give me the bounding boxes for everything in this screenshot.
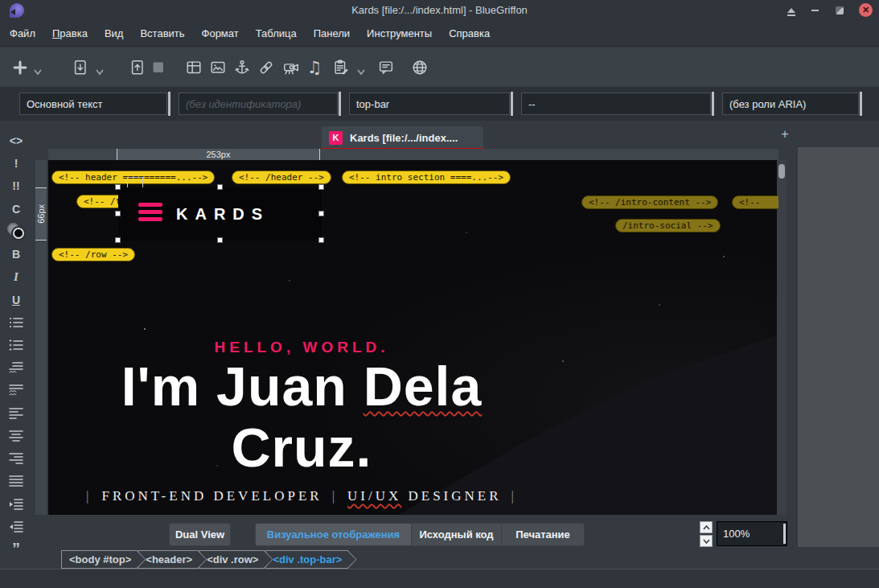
music-note-icon: ♫ (307, 58, 322, 77)
outdent-button[interactable] (6, 518, 27, 536)
menu-table[interactable]: Таблица (256, 27, 297, 39)
selection-handle-n[interactable] (217, 184, 223, 190)
align-left-icon (8, 406, 24, 421)
menu-edit[interactable]: Правка (52, 27, 88, 39)
menu-tools[interactable]: Инструменты (367, 27, 432, 39)
menu-view[interactable]: Вид (105, 27, 124, 39)
menu-insert[interactable]: Вставить (140, 27, 184, 39)
numbered-list-button[interactable] (6, 336, 27, 354)
breadcrumb-body[interactable]: <body #top> (61, 550, 146, 569)
underline-icon: U (12, 294, 20, 306)
dual-view-button[interactable]: Dual View (169, 523, 231, 546)
numbered-list-icon (8, 338, 24, 352)
window-title: Kards [file:/.../index.html] - BlueGriff… (0, 4, 879, 16)
close-button[interactable]: ✕ (859, 3, 873, 17)
menu-file[interactable]: Файл (10, 27, 35, 39)
hero-title: I'm Juan Dela Cruz. (48, 356, 555, 478)
selection-grabber[interactable] (127, 177, 143, 187)
selection-handle-nw[interactable] (115, 184, 121, 190)
insert-image-button[interactable] (208, 58, 228, 77)
anchor-icon (233, 59, 251, 76)
insert-audio-button[interactable]: ♫ (305, 58, 324, 77)
blockquote-button[interactable]: ” (6, 541, 27, 558)
zoom-increase-button[interactable] (700, 521, 713, 533)
menu-format[interactable]: Формат (202, 27, 239, 39)
comment-badge-intro-social-close[interactable]: /intro-social --> (615, 219, 721, 232)
add-element-dropdown[interactable] (33, 64, 43, 72)
italic-button[interactable]: I (6, 268, 27, 286)
align-right-button[interactable] (6, 450, 27, 467)
aria-role-select[interactable]: (без роли ARIA) (722, 93, 859, 115)
selection-handle-w[interactable] (115, 211, 121, 216)
format-lines-button-2[interactable] (6, 381, 27, 399)
language-select[interactable]: -- (521, 93, 711, 115)
new-tab-button[interactable]: + (777, 125, 793, 144)
bold-button[interactable]: B (6, 245, 27, 263)
scrollbar-thumb[interactable] (778, 164, 785, 179)
keep-above-button[interactable] (784, 3, 799, 18)
new-document-dropdown[interactable] (95, 64, 105, 72)
strong-icon: !! (12, 179, 19, 192)
selection-handle-ne[interactable] (318, 184, 324, 190)
underline-button[interactable]: U (6, 291, 27, 309)
indent-button[interactable] (6, 495, 27, 513)
comment-badge-row-close[interactable]: <!-- /row --> (51, 248, 135, 261)
open-document-button[interactable] (128, 58, 147, 77)
element-id-input[interactable]: (без идентификатора) (179, 93, 338, 115)
browser-preview-button[interactable] (410, 58, 429, 77)
maximize-button[interactable] (832, 3, 847, 18)
paragraph-style-select[interactable]: Основной текст (19, 93, 167, 115)
code-markup-button[interactable]: <> (6, 132, 27, 150)
misspelled-word: Dela (364, 356, 483, 417)
stop-button (149, 58, 168, 77)
insert-video-button[interactable] (281, 58, 301, 77)
open-document-icon (129, 59, 146, 76)
comment-badge-clipped[interactable]: <!-- (732, 195, 778, 209)
insert-form-dropdown[interactable] (356, 64, 366, 72)
emphasis-button[interactable]: ! (6, 154, 27, 172)
indent-icon (8, 497, 24, 512)
menu-help[interactable]: Справка (449, 27, 490, 39)
comment-badge-intro-open[interactable]: <!-- intro section ====...--> (342, 171, 511, 184)
side-panel (798, 147, 879, 547)
justify-button[interactable] (6, 472, 27, 490)
insert-table-button[interactable] (184, 58, 203, 77)
comment-badge-intro-content-close[interactable]: <!-- /intro-content --> (581, 195, 718, 209)
insert-link-button[interactable] (257, 58, 276, 77)
view-tab-source[interactable]: Исходный код (412, 524, 502, 545)
strong-button[interactable]: !! (6, 177, 27, 195)
insert-form-button[interactable] (331, 58, 351, 77)
minimize-button[interactable] (807, 3, 822, 18)
breadcrumb-div-row[interactable]: <div .row> (199, 550, 273, 569)
new-document-button[interactable] (71, 58, 90, 77)
canvas-scrollbar[interactable] (777, 160, 787, 515)
element-class-input[interactable]: top-bar (349, 93, 510, 115)
wysiwyg-canvas[interactable]: <!-- header ==========...--> <!-- /heade… (48, 160, 778, 515)
align-left-button[interactable] (6, 405, 27, 422)
view-tab-wysiwyg[interactable]: Визуальное отображения (256, 524, 412, 545)
selection-handle-e[interactable] (318, 211, 324, 216)
menu-panels[interactable]: Панели (314, 27, 350, 39)
format-lines-button-1[interactable] (6, 359, 27, 376)
bullet-list-button[interactable] (6, 314, 27, 331)
class-button[interactable]: C (6, 200, 27, 218)
zoom-decrease-button[interactable] (700, 535, 713, 547)
zoom-level-input[interactable]: 100% (717, 521, 787, 546)
add-element-button[interactable] (10, 58, 30, 77)
breadcrumb-header[interactable]: <header> (138, 550, 207, 569)
selected-top-bar-element[interactable]: KARDS (118, 187, 322, 241)
text-color-button[interactable] (6, 223, 27, 241)
view-tab-print[interactable]: Печатание (502, 524, 584, 545)
insert-comment-button[interactable] (376, 58, 396, 77)
breadcrumb-div-top-bar[interactable]: <div .top-bar> (265, 550, 356, 569)
selection-handle-sw[interactable] (115, 237, 121, 243)
comment-badge-header-close[interactable]: <!-- /header --> (232, 171, 331, 184)
selection-handle-s[interactable] (217, 237, 223, 243)
format-lines-icon (8, 360, 24, 375)
align-center-button[interactable] (6, 427, 27, 445)
selection-handle-se[interactable] (318, 237, 324, 243)
insert-anchor-button[interactable] (232, 58, 252, 77)
comment-icon (377, 59, 395, 76)
view-mode-group: Визуальное отображения Исходный код Печа… (255, 523, 585, 546)
document-tab-active[interactable]: K Kards [file:/.../index.... (322, 126, 483, 149)
